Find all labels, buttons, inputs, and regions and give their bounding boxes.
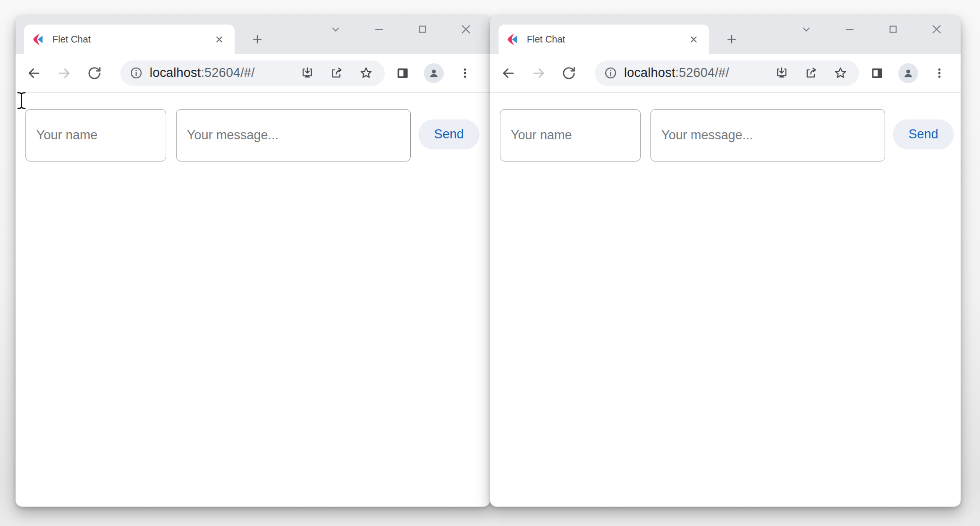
window-controls bbox=[797, 20, 946, 39]
tab-strip: Flet Chat bbox=[16, 16, 490, 54]
install-app-icon[interactable] bbox=[298, 64, 317, 83]
your-name-input[interactable] bbox=[500, 109, 641, 161]
back-icon[interactable] bbox=[24, 63, 44, 84]
browser-tab[interactable]: Flet Chat bbox=[24, 25, 235, 54]
tab-strip: Flet Chat bbox=[490, 16, 961, 54]
maximize-button[interactable] bbox=[413, 20, 432, 39]
forward-icon[interactable] bbox=[54, 63, 75, 84]
bookmark-star-icon[interactable] bbox=[831, 64, 850, 83]
reload-icon[interactable] bbox=[558, 63, 579, 84]
your-message-input[interactable] bbox=[176, 109, 411, 161]
your-name-input[interactable] bbox=[25, 109, 166, 161]
back-icon[interactable] bbox=[498, 63, 519, 84]
toolbar-right-group bbox=[867, 63, 960, 84]
tab-search-chevron-icon[interactable] bbox=[326, 20, 345, 39]
tab-close-icon[interactable] bbox=[211, 31, 227, 47]
url-path: :52604/#/ bbox=[675, 66, 729, 80]
profile-avatar-icon[interactable] bbox=[423, 63, 444, 84]
close-window-button[interactable] bbox=[456, 20, 475, 39]
maximize-button[interactable] bbox=[884, 20, 903, 39]
new-tab-button[interactable] bbox=[722, 30, 741, 49]
toolbar-right-group bbox=[392, 63, 486, 84]
url-text[interactable]: localhost:52604/#/ bbox=[150, 66, 255, 80]
share-icon[interactable] bbox=[327, 64, 346, 83]
browser-toolbar: localhost:52604/#/ bbox=[490, 54, 961, 93]
side-panel-icon[interactable] bbox=[867, 63, 887, 84]
new-tab-button[interactable] bbox=[248, 30, 267, 49]
send-button[interactable]: Send bbox=[419, 119, 479, 149]
share-icon[interactable] bbox=[802, 64, 820, 83]
url-text[interactable]: localhost:52604/#/ bbox=[624, 66, 729, 80]
side-panel-icon[interactable] bbox=[392, 63, 413, 84]
url-host: localhost bbox=[150, 66, 201, 80]
install-app-icon[interactable] bbox=[772, 64, 791, 83]
page-content: Send bbox=[490, 93, 961, 506]
browser-tab[interactable]: Flet Chat bbox=[498, 25, 709, 54]
browser-toolbar: localhost:52604/#/ bbox=[16, 54, 490, 93]
flet-logo-icon bbox=[506, 33, 519, 46]
tab-title: Flet Chat bbox=[527, 34, 685, 45]
reload-icon[interactable] bbox=[84, 63, 105, 84]
site-info-icon[interactable] bbox=[130, 67, 143, 79]
flet-logo-icon bbox=[32, 33, 44, 46]
page-content: Send bbox=[16, 93, 490, 506]
menu-dots-icon[interactable] bbox=[929, 63, 950, 84]
send-button[interactable]: Send bbox=[893, 119, 954, 149]
url-host: localhost bbox=[624, 66, 675, 80]
url-path: :52604/#/ bbox=[201, 66, 254, 80]
forward-icon[interactable] bbox=[528, 63, 549, 84]
address-bar[interactable]: localhost:52604/#/ bbox=[595, 60, 859, 86]
tab-search-chevron-icon[interactable] bbox=[797, 20, 816, 39]
address-bar[interactable]: localhost:52604/#/ bbox=[120, 60, 385, 86]
tab-title: Flet Chat bbox=[52, 34, 211, 45]
tab-close-icon[interactable] bbox=[685, 31, 701, 47]
text-ibeam-cursor bbox=[17, 91, 26, 110]
minimize-button[interactable] bbox=[840, 20, 859, 39]
bookmark-star-icon[interactable] bbox=[356, 64, 375, 83]
your-message-input[interactable] bbox=[651, 109, 885, 161]
window-controls bbox=[326, 20, 475, 39]
menu-dots-icon[interactable] bbox=[455, 63, 475, 84]
profile-avatar-icon[interactable] bbox=[898, 63, 919, 84]
site-info-icon[interactable] bbox=[604, 67, 617, 79]
browser-window-right: Flet Chat bbox=[490, 16, 961, 507]
minimize-button[interactable] bbox=[370, 20, 389, 39]
browser-window-left: Flet Chat bbox=[16, 16, 490, 507]
close-window-button[interactable] bbox=[927, 20, 946, 39]
